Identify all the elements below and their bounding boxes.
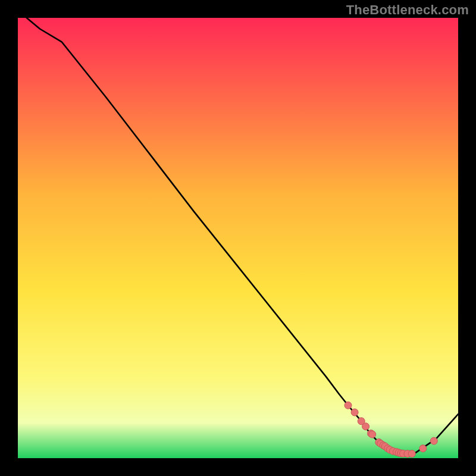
curve-marker — [419, 445, 427, 452]
curve-marker — [430, 437, 437, 444]
chart-stage: TheBottleneck.com — [0, 0, 476, 476]
curve-marker — [408, 450, 415, 458]
watermark-text: TheBottleneck.com — [346, 2, 469, 18]
curve-marker — [362, 423, 369, 430]
curve-marker — [351, 409, 358, 416]
curve-marker — [345, 402, 352, 409]
curve-marker — [369, 431, 376, 438]
bottleneck-chart — [0, 0, 476, 476]
plot-background — [18, 18, 458, 458]
